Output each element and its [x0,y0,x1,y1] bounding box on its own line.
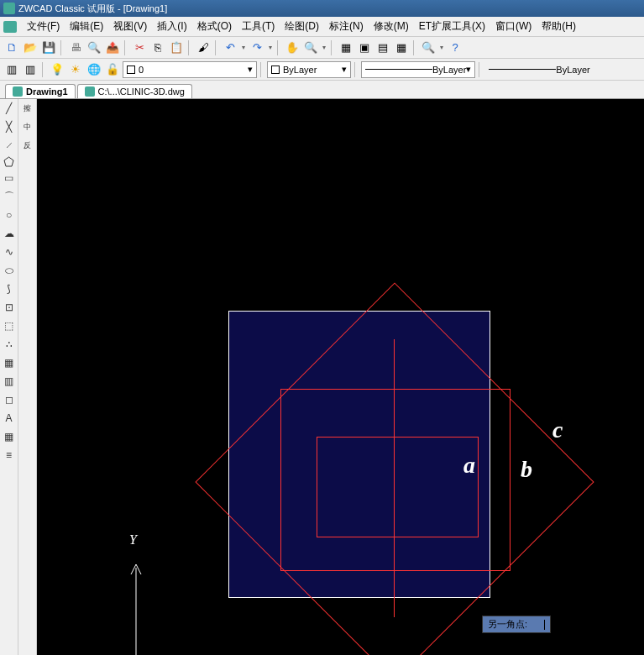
bylayer-combo[interactable]: ByLayer ▾ [267,61,351,78]
erase-icon[interactable]: 擦 [20,101,35,116]
save-button[interactable]: 💾 [40,39,57,56]
menu-edit[interactable]: 编辑(E) [65,18,108,35]
pan-button[interactable]: ✋ [284,39,301,56]
ellipse-arc-icon[interactable]: ⟆ [2,281,17,296]
new-button[interactable]: 🗋 [3,39,20,56]
print-button[interactable]: 🖶 [67,39,84,56]
mirror-icon[interactable]: 反 [20,138,35,153]
tab-label: C:\...\CLINIC-3D.dwg [98,86,185,97]
menu-file[interactable]: 文件(F) [22,18,65,35]
lineweight-combo[interactable]: ByLayer [485,61,593,78]
xline-icon[interactable]: ╳ [2,119,17,134]
paste-button[interactable]: 📋 [168,39,185,56]
gradient-icon[interactable]: ▥ [2,374,17,389]
modify-toolbar: 擦 中 反 [18,99,37,655]
tab-clinic3d[interactable]: C:\...\CLINIC-3D.dwg [77,84,192,98]
standard-toolbar: 🗋 📂 💾 🖶 🔍 📤 ✂ ⎘ 📋 🖌 ↶▾ ↷▾ ✋ 🔍▾ ▦ ▣ ▤ ▦ 🔍… [0,37,644,59]
tab-drawing1[interactable]: Drawing1 [5,84,76,98]
table-icon[interactable]: ▦ [2,429,17,444]
separator [331,40,334,55]
drawing-canvas[interactable]: a b c Y 另一角点: [37,99,644,655]
redo-dropdown[interactable]: ▾ [267,44,274,51]
cut-button[interactable]: ✂ [131,39,148,56]
sun-icon[interactable]: ☀ [67,61,84,78]
annotation-b: b [521,456,532,483]
polyline-icon[interactable]: ⟋ [2,138,17,153]
layer-states-button[interactable]: ▥ [22,61,39,78]
separator [188,40,191,55]
work-area: ╱ ╳ ⟋ ▭ ⌒ ○ ☁ ∿ ⬭ ⟆ ⊡ ⬚ ∴ ▦ ▥ ◻ A ▦ ≡ 擦 … [0,99,644,655]
undo-button[interactable]: ↶ [222,39,238,56]
mline-icon[interactable]: ≡ [2,448,17,463]
spline-icon[interactable]: ∿ [2,244,17,259]
preview-button[interactable]: 🔍 [86,39,102,56]
calc-button[interactable]: ▦ [393,39,410,56]
block-button[interactable]: ▣ [356,39,373,56]
text-icon[interactable]: A [2,411,17,426]
region-icon[interactable]: ◻ [2,392,17,407]
prompt-text: 另一角点: [488,618,527,631]
separator [60,40,64,55]
zoom-rt-button[interactable]: 🔍 [302,39,319,56]
separator [277,40,280,55]
lock-icon[interactable]: 🔓 [104,61,121,78]
lineweight-label: ByLayer [556,65,589,75]
menu-draw[interactable]: 绘图(D) [280,18,324,35]
ellipse-icon[interactable]: ⬭ [2,263,17,278]
dropdown-arrow-icon: ▾ [466,64,471,75]
props-button[interactable]: ▤ [374,39,391,56]
match-button[interactable]: 🖌 [195,39,212,56]
copy-button[interactable]: ⎘ [149,39,166,56]
menu-insert[interactable]: 插入(I) [152,18,191,35]
menu-window[interactable]: 窗口(W) [490,18,537,35]
globe-icon[interactable]: 🌐 [86,61,102,78]
revcloud-icon[interactable]: ☁ [2,226,17,241]
open-button[interactable]: 📂 [22,39,39,56]
menu-ettools[interactable]: ET扩展工具(X) [414,18,490,35]
dropdown-arrow-icon: ▾ [342,64,347,75]
make-block-icon[interactable]: ⬚ [2,318,17,333]
zoom-button[interactable]: 🔍 [420,39,437,56]
menu-modify[interactable]: 修改(M) [369,18,414,35]
arc-icon[interactable]: ⌒ [2,189,17,204]
publish-button[interactable]: 📤 [104,39,121,56]
undo-dropdown[interactable]: ▾ [240,44,247,51]
cursor [544,620,545,630]
zoom-rt-dropdown[interactable]: ▾ [321,44,327,51]
insert-block-icon[interactable]: ⊡ [2,300,17,315]
layers-button[interactable]: ▦ [338,39,354,56]
line-icon[interactable]: ╱ [2,101,17,116]
menu-help[interactable]: 帮助(H) [537,18,581,35]
bulb-icon[interactable]: 💡 [49,61,65,78]
copy-icon[interactable]: 中 [20,119,35,134]
dwg-icon [13,86,23,97]
layer-name: 0 [139,65,144,75]
circle-icon[interactable]: ○ [2,207,17,223]
help-button[interactable]: ? [447,39,463,56]
doc-icon[interactable] [3,21,17,33]
document-tabs: Drawing1 C:\...\CLINIC-3D.dwg [0,81,644,99]
layer-toolbar: ▥ ▥ 💡 ☀ 🌐 🔓 0 ▾ ByLayer ▾ ByLayer ▾ ByLa… [0,59,644,81]
linetype-combo[interactable]: ByLayer ▾ [361,61,475,78]
axis-y-label: Y [129,532,137,548]
dwg-icon [85,86,95,97]
draw-toolbar: ╱ ╳ ⟋ ▭ ⌒ ○ ☁ ∿ ⬭ ⟆ ⊡ ⬚ ∴ ▦ ▥ ◻ A ▦ ≡ [0,99,18,655]
separator [354,62,358,77]
separator [124,40,128,55]
redo-button[interactable]: ↷ [249,39,265,56]
title-bar: ZWCAD Classic 试用版 - [Drawing1] [0,0,644,17]
layer-combo[interactable]: 0 ▾ [123,61,257,78]
svg-marker-0 [4,157,13,166]
polygon-icon[interactable] [3,156,14,167]
bylayer-label: ByLayer [283,65,317,75]
layer-prev-button[interactable]: ▥ [3,61,20,78]
hatch-icon[interactable]: ▦ [2,355,17,370]
menu-view[interactable]: 视图(V) [108,18,152,35]
zoom-dropdown[interactable]: ▾ [438,44,445,51]
menu-format[interactable]: 格式(O) [192,18,237,35]
rectangle-icon[interactable]: ▭ [2,170,17,186]
point-icon[interactable]: ∴ [2,337,17,352]
menu-dim[interactable]: 标注(N) [324,18,369,35]
color-swatch [271,66,280,74]
menu-tools[interactable]: 工具(T) [237,18,280,35]
